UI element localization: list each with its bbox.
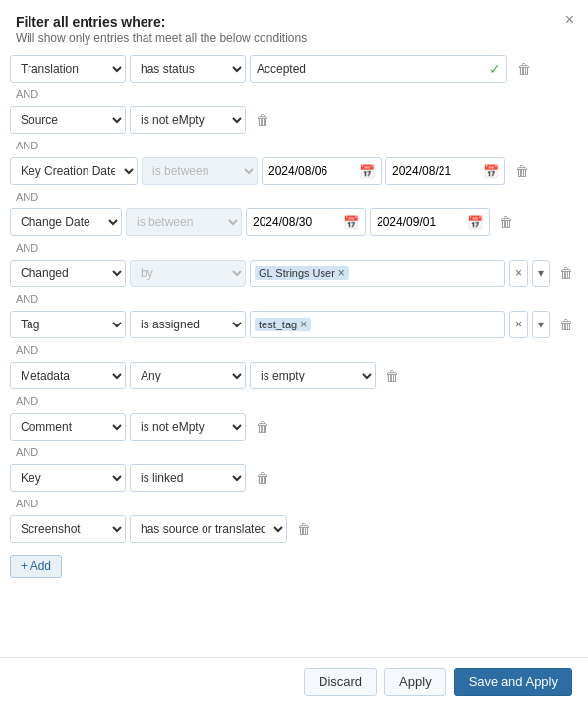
and-label-6: AND (10, 342, 578, 358)
dialog-footer: Discard Apply Save and Apply (0, 657, 588, 706)
save-apply-button[interactable]: Save and Apply (454, 668, 572, 696)
delete-button-1[interactable]: 🗑 (513, 59, 535, 79)
remove-tag-6-1[interactable]: × (300, 319, 307, 330)
filter-row-7: Metadata Any is empty 🗑 (10, 358, 578, 393)
condition-select-9[interactable]: is linked (130, 464, 246, 492)
calendar-icon-3b: 📅 (483, 164, 499, 179)
delete-button-5[interactable]: 🗑 (556, 264, 577, 283)
and-label-3: AND (10, 189, 578, 205)
filter-row-5: Changed by GL Strings User × × ▾ 🗑 (10, 256, 578, 291)
field-select-6[interactable]: Tag (10, 311, 126, 338)
tag-dropdown-6[interactable]: ▾ (532, 311, 550, 338)
tag-dropdown-5[interactable]: ▾ (532, 260, 550, 287)
delete-button-9[interactable]: 🗑 (252, 468, 273, 488)
date-to-input-4[interactable] (377, 215, 465, 229)
and-label-8: AND (10, 444, 578, 460)
add-filter-button[interactable]: + Add (10, 555, 62, 578)
field-select-2[interactable]: Source (10, 106, 126, 134)
dialog-header: Filter all entries where: Will show only… (0, 0, 588, 51)
delete-button-3[interactable]: 🗑 (511, 161, 533, 181)
and-label-9: AND (10, 496, 578, 511)
field-select-5[interactable]: Changed (10, 260, 126, 287)
filter-row-4: Change Date is between 📅 📅 🗑 (10, 205, 578, 240)
and-label-2: AND (10, 138, 578, 153)
field-select-9[interactable]: Key (10, 464, 126, 492)
date-to-input-3[interactable] (392, 164, 481, 178)
delete-button-2[interactable]: 🗑 (252, 110, 273, 130)
tag-chip-5-1: GL Strings User × (255, 266, 349, 280)
status-value-text-1: Accepted (257, 62, 306, 76)
condition-select-6[interactable]: is assigned (130, 311, 246, 338)
delete-button-6[interactable]: 🗑 (556, 315, 577, 334)
date-to-wrap-4: 📅 (370, 208, 490, 236)
remove-tag-5-1[interactable]: × (338, 267, 345, 279)
condition-select-7b[interactable]: is empty (250, 362, 376, 389)
condition-select-4[interactable]: is between (126, 208, 242, 236)
dialog-subtitle: Will show only entries that meet all the… (16, 31, 572, 45)
tag-chip-label-6-1: test_tag (259, 319, 297, 330)
discard-button[interactable]: Discard (304, 668, 377, 696)
condition-select-3[interactable]: is between (142, 157, 258, 185)
filter-body: Translation has status Accepted ✓ 🗑 AND … (0, 51, 588, 645)
condition-select-5[interactable]: by (130, 260, 246, 287)
status-value-wrap-1: Accepted ✓ (250, 55, 507, 83)
filter-dialog: Filter all entries where: Will show only… (0, 0, 588, 706)
calendar-icon-3a: 📅 (359, 164, 375, 179)
tag-chip-6-1: test_tag × (255, 318, 311, 331)
filter-row-10: Screenshot has source or translated v...… (10, 511, 578, 547)
field-select-10[interactable]: Screenshot (10, 515, 126, 543)
and-label-5: AND (10, 291, 578, 307)
date-to-wrap-3: 📅 (385, 157, 505, 185)
filter-row-9: Key is linked 🗑 (10, 460, 578, 496)
tag-chip-label-5-1: GL Strings User (259, 267, 335, 279)
filter-row-6: Tag is assigned test_tag × × ▾ 🗑 (10, 307, 578, 342)
field-select-3[interactable]: Key Creation Date (10, 157, 138, 185)
calendar-icon-4a: 📅 (343, 215, 359, 230)
condition-select-7a[interactable]: Any (130, 362, 246, 389)
tag-clear-5[interactable]: × (509, 260, 528, 287)
field-select-1[interactable]: Translation (10, 55, 126, 83)
filter-row-3: Key Creation Date is between 📅 📅 🗑 (10, 153, 578, 189)
tag-input-5[interactable]: GL Strings User × (250, 260, 505, 287)
delete-button-10[interactable]: 🗑 (293, 519, 315, 539)
date-from-wrap-3: 📅 (262, 157, 382, 185)
calendar-icon-4b: 📅 (467, 215, 483, 230)
date-from-wrap-4: 📅 (246, 208, 366, 236)
filter-row: Translation has status Accepted ✓ 🗑 (10, 51, 578, 87)
dialog-title: Filter all entries where: (16, 14, 572, 29)
close-button[interactable]: × (565, 12, 574, 28)
and-label-4: AND (10, 240, 578, 256)
filter-row-2: Source is not eMpty 🗑 (10, 102, 578, 138)
date-from-input-3[interactable] (268, 164, 357, 178)
apply-button[interactable]: Apply (384, 668, 446, 696)
delete-button-4[interactable]: 🗑 (496, 212, 517, 232)
and-label-7: AND (10, 393, 578, 409)
tag-input-6[interactable]: test_tag × (250, 311, 505, 338)
field-select-8[interactable]: Comment (10, 413, 126, 441)
delete-button-7[interactable]: 🗑 (382, 366, 403, 385)
date-from-input-4[interactable] (253, 215, 341, 229)
and-label-1: AND (10, 87, 578, 102)
condition-select-1[interactable]: has status (130, 55, 246, 83)
check-icon-1: ✓ (489, 61, 500, 77)
condition-select-2[interactable]: is not eMpty (130, 106, 246, 134)
condition-select-8[interactable]: is not eMpty (130, 413, 246, 441)
tag-clear-6[interactable]: × (509, 311, 528, 338)
condition-select-10[interactable]: has source or translated v... (130, 515, 287, 543)
field-select-7[interactable]: Metadata (10, 362, 126, 389)
delete-button-8[interactable]: 🗑 (252, 417, 273, 437)
filter-row-8: Comment is not eMpty 🗑 (10, 409, 578, 444)
field-select-4[interactable]: Change Date (10, 208, 122, 236)
